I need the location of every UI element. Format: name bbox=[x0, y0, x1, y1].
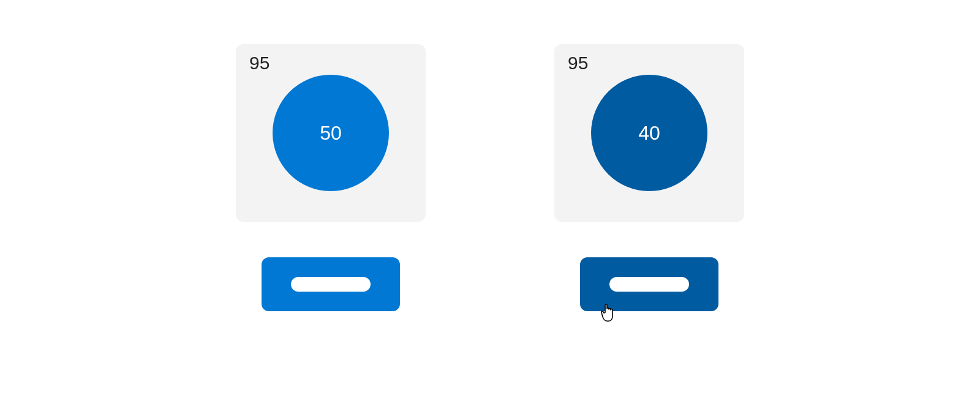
minus-icon bbox=[609, 277, 689, 292]
circle-value: 50 bbox=[320, 122, 342, 145]
value-card: 95 40 bbox=[554, 44, 744, 222]
pointer-cursor-icon bbox=[598, 300, 619, 325]
example-row: 95 50 95 40 bbox=[0, 0, 980, 311]
value-circle[interactable]: 50 bbox=[273, 75, 389, 191]
value-circle[interactable]: 40 bbox=[591, 75, 707, 191]
state-column-normal: 95 50 bbox=[236, 44, 426, 311]
card-label: 95 bbox=[249, 53, 270, 74]
circle-value: 40 bbox=[638, 122, 660, 145]
value-card: 95 50 bbox=[236, 44, 426, 222]
minus-icon bbox=[291, 277, 371, 292]
state-column-hover: 95 40 bbox=[554, 44, 744, 311]
decrement-button[interactable] bbox=[262, 257, 400, 311]
decrement-button[interactable] bbox=[580, 257, 718, 311]
card-label: 95 bbox=[568, 53, 588, 74]
